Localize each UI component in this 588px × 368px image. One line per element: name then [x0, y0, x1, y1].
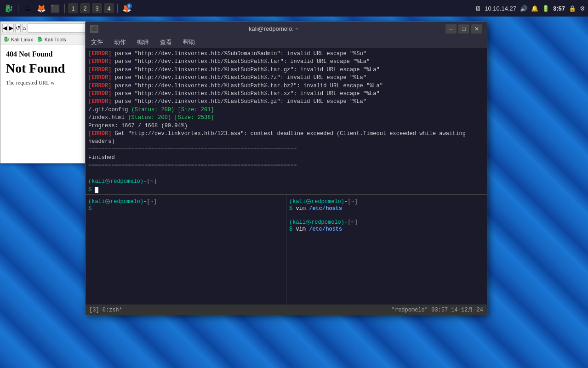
output-progress: Progress: 1667 / 1668 (99.94%) — [88, 122, 484, 130]
output-line-7: [ERROR] parse "http://dev.linkvortex.htb… — [88, 98, 484, 106]
pane-right-user-1: (kali㉿redpomelo) — [289, 198, 344, 205]
output-sep-2: ========================================… — [88, 162, 484, 170]
pane-right-prompt-2: (kali㉿redpomelo)-[~] — [289, 218, 484, 226]
output-line-2: [ERROR] parse "http://dev.linkvortex.htb… — [88, 58, 484, 66]
terminal-split-pane: (kali㉿redpomelo)-[~] $ (kali㉿redpomelo)-… — [86, 194, 487, 305]
pane-left-user: (kali㉿redpomelo) — [88, 198, 143, 205]
home-button[interactable]: ⌂ — [22, 23, 26, 33]
pane-right-arg-2: /etc/hosts — [309, 226, 342, 232]
address-bar[interactable] — [28, 23, 92, 33]
browser-content: 404 Not Found Not Found The requested UR… — [0, 45, 91, 92]
network-icon: 🖥 — [475, 5, 481, 12]
browser-404-title: 404 Not Found — [6, 50, 86, 58]
taskbar-right-section: 🖥 10.10.14.27 🔊 🔔 🔋 3:57 🔒 ⚙ — [475, 5, 585, 12]
pane-right-dollar-1: $ — [289, 205, 292, 212]
firefox2-icon[interactable]: 🦊2 — [121, 2, 133, 14]
browser-404-text: The requested URL w — [6, 79, 86, 86]
kali-logo-icon[interactable]: 🐉 — [3, 2, 15, 14]
menu-view[interactable]: 查看 — [158, 37, 174, 47]
forward-button[interactable]: ▶ — [9, 23, 14, 33]
workspace-2[interactable]: 2 — [80, 3, 90, 13]
pane-right-vim-1: vim — [296, 205, 309, 212]
output-line-1: [ERROR] parse "http://dev.linkvortex.htb… — [88, 50, 484, 58]
output-finished: Finished — [88, 154, 484, 162]
reload-button[interactable]: ↺ — [15, 23, 21, 33]
firefox-icon[interactable]: 🦊 — [35, 2, 47, 14]
pane-left-dollar: $ — [88, 205, 91, 212]
menu-edit[interactable]: 编辑 — [135, 37, 151, 47]
kali-tools-bookmark-icon: 🐉 — [37, 36, 43, 42]
terminal-title-icon: ⬛ — [90, 25, 98, 33]
browser-bookmarks-bar: 🐉 Kali Linux 🐉 Kali Tools — [0, 34, 91, 45]
output-found-2: /index.html (Status: 200) [Size: 2538] — [88, 114, 484, 122]
workspace-3[interactable]: 3 — [92, 3, 102, 13]
cursor-1 — [95, 187, 98, 193]
lock-icon[interactable]: 🔒 — [569, 5, 576, 12]
taskbar: 🐉 🗂 🦊 ⬛ 1 2 3 4 🦊2 🖥 10.10.14.27 🔊 🔔 🔋 3… — [0, 0, 588, 17]
pane-right-arg-1: /etc/hosts — [309, 205, 342, 212]
terminal-window-controls: ─ □ ✕ — [445, 24, 482, 34]
terminal-title: kali@redpomelo: ~ — [102, 25, 445, 32]
statusbar-session-info: "redpomelo" 03:57 14-12月-24 — [392, 306, 483, 314]
pane-right-user-2: (kali㉿redpomelo) — [289, 219, 344, 226]
statusbar-pane-info: [3] 0:zsh* — [89, 307, 392, 313]
close-button[interactable]: ✕ — [471, 24, 482, 34]
bookmark-kali-tools[interactable]: 🐉 Kali Tools — [37, 36, 66, 42]
output-line-3: [ERROR] parse "http://dev.linkvortex.htb… — [88, 66, 484, 74]
file-manager-icon[interactable]: 🗂 — [22, 2, 34, 14]
pane-right-prompt-1: (kali㉿redpomelo)-[~] — [289, 198, 484, 205]
terminal-pane-right[interactable]: (kali㉿redpomelo)-[~] $ vim /etc/hosts (k… — [286, 195, 487, 305]
workspace-1[interactable]: 1 — [68, 3, 78, 13]
terminal-prompt-1: (kali㉿redpomelo)-[~] — [88, 178, 484, 186]
terminal-input-line-1[interactable]: $ — [88, 186, 484, 194]
prompt-dollar-1: $ — [88, 187, 91, 193]
pane-right-vim-2: vim — [296, 226, 309, 232]
terminal-icon[interactable]: ⬛ — [49, 2, 61, 14]
output-error-timeout: [ERROR] Get "http://dev.linkvortex.htb/1… — [88, 130, 484, 146]
settings-icon[interactable]: ⚙ — [580, 5, 585, 12]
terminal-menubar: 文件 动作 编辑 查看 帮助 — [86, 36, 487, 48]
minimize-button[interactable]: ─ — [445, 24, 457, 34]
pane-left-input[interactable]: $ — [88, 205, 283, 212]
taskbar-sep-2 — [64, 4, 65, 13]
terminal-main-output[interactable]: [ERROR] parse "http://dev.linkvortex.htb… — [86, 48, 487, 194]
browser-toolbar: ◀ ▶ ↺ ⌂ — [0, 22, 91, 34]
workspace-4[interactable]: 4 — [104, 3, 114, 13]
maximize-button[interactable]: □ — [458, 24, 469, 34]
ip-address: 10.10.14.27 — [485, 5, 516, 12]
pane-right-dollar-2: $ — [289, 226, 292, 232]
prompt-user-1: (kali㉿redpomelo) — [88, 178, 143, 185]
output-line-4: [ERROR] parse "http://dev.linkvortex.htb… — [88, 74, 484, 82]
pane-right-cmd-2: $ vim /etc/hosts — [289, 226, 484, 232]
output-line-6: [ERROR] parse "http://dev.linkvortex.htb… — [88, 90, 484, 98]
bell-icon[interactable]: 🔔 — [531, 5, 538, 12]
kali-tools-bookmark-label: Kali Tools — [45, 37, 66, 42]
taskbar-sep-3 — [117, 4, 118, 13]
menu-file[interactable]: 文件 — [89, 37, 105, 47]
pane-left-prompt: (kali㉿redpomelo)-[~] — [88, 198, 283, 205]
terminal-statusbar: [3] 0:zsh* "redpomelo" 03:57 14-12月-24 — [86, 305, 487, 315]
pane-right-cmd-1: $ vim /etc/hosts — [289, 205, 484, 212]
volume-icon[interactable]: 🔊 — [520, 5, 527, 12]
browser-not-found-heading: Not Found — [6, 61, 86, 76]
kali-bookmark-icon: 🐉 — [3, 36, 10, 42]
terminal-window: ⬛ kali@redpomelo: ~ ─ □ ✕ 文件 动作 编辑 查看 帮助… — [85, 21, 487, 315]
browser-window: ◀ ▶ ↺ ⌂ 🐉 Kali Linux 🐉 Kali Tools 404 No… — [0, 21, 92, 164]
taskbar-sep-1 — [18, 4, 18, 13]
menu-help[interactable]: 帮助 — [181, 37, 197, 47]
output-sep-1: ========================================… — [88, 146, 484, 154]
menu-action[interactable]: 动作 — [112, 37, 128, 47]
battery-icon: 🔋 — [542, 5, 549, 12]
terminal-pane-left[interactable]: (kali㉿redpomelo)-[~] $ — [86, 195, 286, 305]
bookmark-kali-linux[interactable]: 🐉 Kali Linux — [3, 36, 33, 42]
output-line-5: [ERROR] parse "http://dev.linkvortex.htb… — [88, 82, 484, 90]
kali-bookmark-label: Kali Linux — [11, 37, 33, 42]
clock: 3:57 — [553, 5, 565, 12]
output-found-1: /.git/config (Status: 200) [Size: 201] — [88, 106, 484, 114]
terminal-body: [ERROR] parse "http://dev.linkvortex.htb… — [86, 48, 487, 315]
back-button[interactable]: ◀ — [2, 23, 7, 33]
terminal-titlebar: ⬛ kali@redpomelo: ~ ─ □ ✕ — [86, 22, 487, 36]
